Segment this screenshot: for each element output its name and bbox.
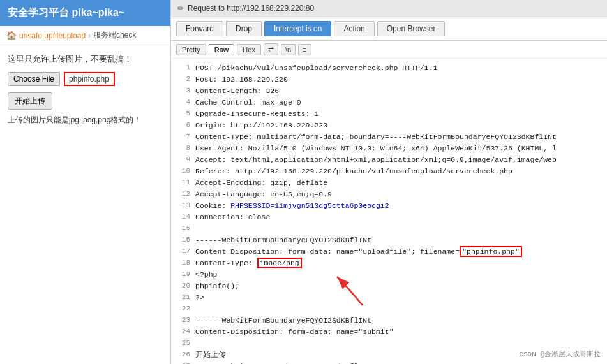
left-panel: 安全学习平台 pika~pika~ 🏠 unsafe upfileupload … — [0, 0, 171, 364]
code-line: 3Content-Length: 326 — [171, 85, 607, 97]
code-line: 15 — [171, 223, 607, 235]
raw-button[interactable]: Raw — [209, 44, 235, 55]
file-upload-row: Choose File phpinfo.php — [8, 72, 163, 86]
line-number: 19 — [176, 269, 190, 280]
line-content: ?> — [195, 292, 602, 303]
line-content: Content-Length: 326 — [195, 85, 602, 97]
line-number: 27 — [176, 361, 190, 364]
content-type-highlight: image/png — [257, 258, 302, 268]
toolbar: Forward Drop Intercept is on Action Open… — [171, 17, 607, 41]
code-line: 5Upgrade-Insecure-Requests: 1 — [171, 108, 607, 120]
render-icon-button[interactable]: ⇌ — [264, 43, 278, 55]
drop-button[interactable]: Drop — [226, 21, 262, 36]
line-content: Accept-Encoding: gzip, deflate — [195, 177, 602, 189]
line-number: 5 — [176, 108, 190, 119]
newline-icon-button[interactable]: \n — [281, 44, 296, 55]
line-number: 21 — [176, 292, 190, 303]
line-content: Cookie: PHPSESSID=11mjvgn513dg5ctta6p0eo… — [195, 200, 602, 212]
line-number: 25 — [176, 338, 190, 349]
line-number: 9 — [176, 154, 190, 165]
line-content: Origin: http://192.168.229.220 — [195, 120, 602, 131]
line-content: Content-Type: multipart/form-data; bound… — [195, 131, 602, 143]
code-line: 11Accept-Encoding: gzip, deflate — [171, 177, 607, 189]
app-title: 安全学习平台 pika~pika~ — [0, 0, 170, 26]
code-line: 13Cookie: PHPSESSID=11mjvgn513dg5ctta6p0… — [171, 200, 607, 212]
code-area[interactable]: 1POST /pikachu/vul/unsafeupload/serverch… — [171, 59, 607, 364]
line-number: 16 — [176, 235, 190, 245]
line-number: 10 — [176, 166, 190, 177]
line-content: Content-Disposition: form-data; name="up… — [195, 246, 602, 258]
line-number: 20 — [176, 280, 190, 291]
breadcrumb-sep: › — [88, 31, 91, 40]
line-content: Cache-Control: max-age=0 — [195, 97, 602, 108]
action-button[interactable]: Action — [334, 21, 374, 36]
right-panel: ✏ Request to http://192.168.229.220:80 F… — [171, 0, 607, 364]
line-content: Content-Disposition: form-data; name="su… — [195, 326, 602, 338]
line-content: phpinfo(); — [195, 280, 602, 292]
line-content: Connection: close — [195, 212, 602, 223]
code-line: 12Accept-Language: en-US,en;q=0.9 — [171, 189, 607, 200]
code-line: 9Accept: text/html,application/xhtml+xml… — [171, 154, 607, 166]
code-line: 8User-Agent: Mozilla/5.0 (Windows NT 10.… — [171, 143, 607, 154]
pencil-icon: ✏ — [177, 4, 184, 13]
line-content: Host: 192.168.229.220 — [195, 74, 602, 85]
line-number: 18 — [176, 258, 190, 268]
code-line: 2Host: 192.168.229.220 — [171, 74, 607, 85]
code-line: 4Cache-Control: max-age=0 — [171, 97, 607, 108]
upload-button[interactable]: 开始上传 — [8, 92, 52, 110]
code-line: 23------WebKitFormBoundaryeFQYOI2SdKBflI… — [171, 315, 607, 326]
line-number: 12 — [176, 189, 190, 200]
left-content: 这里只允许上传图片，不要乱搞！ Choose File phpinfo.php … — [0, 45, 170, 364]
open-browser-button[interactable]: Open Browser — [377, 21, 446, 36]
page-description: 这里只允许上传图片，不要乱搞！ — [8, 53, 163, 66]
line-number: 7 — [176, 131, 190, 142]
code-line: 17Content-Disposition: form-data; name="… — [171, 246, 607, 258]
line-number: 2 — [176, 74, 190, 85]
line-content: ------WebKitFormBoundaryeFQYOI2SdKBflINt — [195, 315, 602, 326]
line-content: ------WebKitFormBoundaryeFQYOI2SdKBflINt… — [195, 361, 602, 364]
line-content: Upgrade-Insecure-Requests: 1 — [195, 108, 602, 120]
line-number: 22 — [176, 303, 190, 314]
code-line: 10Referer: http://192.168.229.220/pikach… — [171, 166, 607, 177]
menu-icon-button[interactable]: ≡ — [298, 44, 311, 55]
choose-file-button[interactable]: Choose File — [8, 72, 60, 86]
line-content: POST /pikachu/vul/unsafeupload/serverche… — [195, 62, 602, 74]
line-content: Accept-Language: en-US,en;q=0.9 — [195, 189, 602, 200]
code-line: 21?> — [171, 292, 607, 303]
line-content: Accept: text/html,application/xhtml+xml,… — [195, 154, 602, 166]
code-line: 14Connection: close — [171, 212, 607, 223]
line-number: 26 — [176, 349, 190, 360]
line-content: <?php — [195, 269, 602, 280]
forward-button[interactable]: Forward — [176, 21, 223, 36]
breadcrumb-link1[interactable]: unsafe upfileupload — [19, 31, 86, 40]
code-line: 19<?php — [171, 269, 607, 280]
pretty-button[interactable]: Pretty — [176, 44, 206, 55]
hex-button[interactable]: Hex — [237, 44, 261, 55]
home-icon: 🏠 — [6, 31, 17, 40]
line-number: 1 — [176, 62, 190, 73]
breadcrumb: 🏠 unsafe upfileupload › 服务端check — [0, 26, 170, 45]
file-name-display: phpinfo.php — [64, 72, 115, 86]
line-number: 14 — [176, 212, 190, 222]
line-number: 24 — [176, 326, 190, 337]
line-number: 4 — [176, 97, 190, 108]
code-line: 18Content-Type: image/png — [171, 258, 607, 269]
line-content: Content-Type: image/png — [195, 258, 602, 269]
intercept-button[interactable]: Intercept is on — [264, 21, 331, 36]
code-line: 1POST /pikachu/vul/unsafeupload/serverch… — [171, 62, 607, 74]
code-line: 6Origin: http://192.168.229.220 — [171, 120, 607, 131]
line-content: User-Agent: Mozilla/5.0 (Windows NT 10.0… — [195, 143, 602, 154]
line-number: 23 — [176, 315, 190, 326]
line-number: 3 — [176, 85, 190, 96]
line-number: 8 — [176, 143, 190, 154]
line-number: 6 — [176, 120, 190, 131]
code-line: 7Content-Type: multipart/form-data; boun… — [171, 131, 607, 143]
breadcrumb-link2: 服务端check — [93, 30, 136, 41]
filename-highlight: "phpinfo.php" — [460, 246, 522, 257]
format-bar: Pretty Raw Hex ⇌ \n ≡ — [171, 41, 607, 59]
code-line: 24Content-Disposition: form-data; name="… — [171, 326, 607, 338]
line-number: 17 — [176, 246, 190, 257]
upload-hint: 上传的图片只能是jpg,jpeg,png格式的！ — [8, 115, 163, 126]
line-number: 13 — [176, 200, 190, 211]
request-url: Request to http://192.168.229.220:80 — [188, 4, 314, 13]
